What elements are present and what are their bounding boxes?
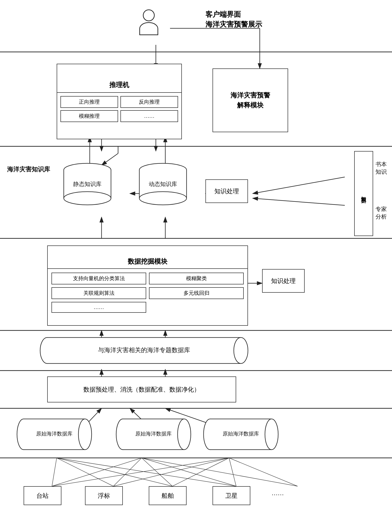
- svg-line-45: [142, 458, 298, 486]
- static-kb-container: 静态知识库: [59, 161, 116, 213]
- ocean-db-svg: 与海洋灾害相关的海洋专题数据库: [38, 335, 250, 366]
- svg-line-22: [253, 198, 345, 205]
- fuzzy-cluster-label: 模糊聚类: [149, 273, 244, 284]
- svg-text:原始海洋数据库: 原始海洋数据库: [135, 431, 172, 437]
- svg-line-35: [52, 458, 229, 486]
- expert-analysis-label: 专家分析: [375, 205, 392, 220]
- more-reasoning: ……: [121, 110, 178, 122]
- raw-db3-svg: 原始海洋数据库: [201, 415, 281, 453]
- svg-text:动态知识库: 动态知识库: [149, 181, 177, 187]
- preprocessing-box: 数据预处理、消洗（数据配准、数据净化）: [47, 376, 236, 402]
- inference-title: 推理机: [57, 78, 181, 93]
- ocean-db-container: 与海洋灾害相关的海洋专题数据库: [38, 335, 250, 366]
- knowledge-base-label: 海洋灾害知识库: [7, 165, 50, 173]
- raw-db1-svg: 原始海洋数据库: [14, 415, 94, 453]
- svg-line-40: [142, 458, 172, 486]
- svm-label: 支持向量机的分类算法: [51, 273, 146, 284]
- svg-line-46: [229, 458, 298, 486]
- ship-box: 船舶: [149, 486, 187, 505]
- svg-point-75: [177, 419, 191, 450]
- inference-box: 推理机 正向推理 反向推理 模糊推理 ……: [57, 64, 182, 139]
- svg-line-39: [57, 458, 172, 486]
- raw-db1-container: 原始海洋数据库: [14, 415, 94, 453]
- multivariate-label: 多元线回归: [149, 287, 244, 299]
- data-mining-box: 数据挖掘模块 支持向量机的分类算法 模糊聚类 关联规则算法 多元线回归 ……: [47, 245, 248, 326]
- raw-db3-container: 原始海洋数据库: [201, 415, 281, 453]
- knowledge-acquisition-box: 知识获取界面: [354, 151, 373, 236]
- svg-line-42: [57, 458, 236, 486]
- raw-db2-svg: 原始海洋数据库: [113, 415, 194, 453]
- knowledge-processing-bottom: 知识处理: [262, 269, 305, 293]
- book-knowledge-label: 书本知识: [375, 161, 392, 176]
- svg-text:原始海洋数据库: 原始海洋数据库: [223, 431, 259, 437]
- svg-point-69: [78, 419, 92, 450]
- data-mining-title: 数据挖掘模块: [48, 255, 247, 269]
- knowledge-acquisition-container: 知识获取界面: [354, 151, 373, 236]
- client-title: 客户端界面 海洋灾害预警展示: [205, 9, 262, 29]
- svg-line-41: [172, 458, 229, 486]
- sources-more: ……: [271, 490, 284, 497]
- association-label: 关联规则算法: [51, 287, 146, 299]
- buoy-box: 浮标: [85, 486, 123, 505]
- raw-db2-container: 原始海洋数据库: [113, 415, 194, 453]
- svg-line-38: [113, 458, 229, 486]
- svg-line-43: [142, 458, 236, 486]
- knowledge-processing-top: 知识处理: [205, 179, 248, 203]
- page-container: 客户端界面 海洋灾害预警展示 推理机 正向推理 反向推理 模糊推理 …… 海洋灾…: [0, 0, 392, 532]
- person-icon: [139, 9, 158, 35]
- svg-line-37: [113, 458, 142, 486]
- disaster-warning-title: 海洋灾害预警解释模块: [230, 90, 270, 110]
- svg-text:原始海洋数据库: 原始海洋数据库: [36, 431, 73, 437]
- dynamic-kb-svg: 动态知识库: [135, 161, 191, 213]
- person-body: [139, 22, 158, 35]
- svg-point-81: [265, 419, 278, 450]
- station-box: 台站: [24, 486, 61, 505]
- svg-text:静态知识库: 静态知识库: [73, 181, 102, 187]
- svg-point-63: [234, 338, 248, 363]
- satellite-box: 卫星: [213, 486, 250, 505]
- static-kb-svg: 静态知识库: [59, 161, 116, 213]
- dynamic-kb-container: 动态知识库: [135, 161, 191, 213]
- forward-reasoning: 正向推理: [61, 96, 118, 108]
- svg-point-51: [64, 192, 111, 205]
- svg-line-44: [229, 458, 236, 486]
- data-mining-more: ……: [51, 302, 146, 313]
- backward-reasoning: 反向推理: [121, 96, 178, 108]
- svg-line-34: [52, 458, 142, 486]
- svg-line-36: [57, 458, 113, 486]
- person-head: [143, 9, 155, 21]
- svg-line-33: [52, 458, 57, 486]
- disaster-warning-box: 海洋灾害预警解释模块: [213, 69, 288, 132]
- svg-line-21: [253, 177, 345, 194]
- svg-point-57: [139, 192, 187, 205]
- fuzzy-reasoning: 模糊推理: [61, 110, 118, 122]
- svg-text:与海洋灾害相关的海洋专题数据库: 与海洋灾害相关的海洋专题数据库: [98, 347, 190, 354]
